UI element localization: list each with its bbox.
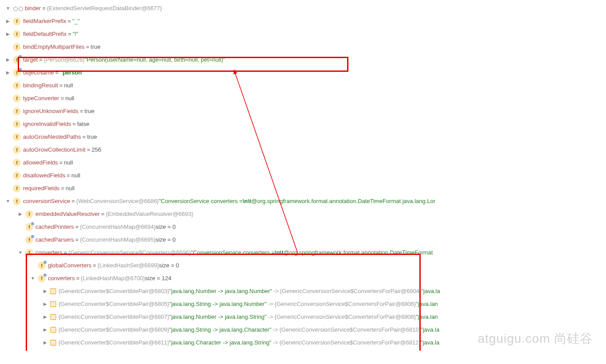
map-arrow: ->	[273, 339, 278, 346]
map-arrow: ->	[268, 301, 273, 307]
debug-variables-tree[interactable]: ▼ binder = {ExtendedServletRequestDataBi…	[0, 0, 606, 351]
var-object-ref: {LinkedHashSet@6699}	[98, 262, 159, 269]
tree-row[interactable]: ▶{GenericConverter$ConvertiblePair@6809}…	[0, 323, 606, 336]
field-icon: f	[13, 159, 21, 167]
var-value: true	[90, 43, 100, 50]
chevron-down-icon[interactable]: ▼	[17, 249, 24, 256]
var-name: fieldDefaultPrefix	[23, 31, 66, 37]
field-icon: f	[13, 94, 21, 102]
var-value: null	[64, 82, 73, 89]
tree-row[interactable]: ▶fallowedFields = null	[0, 156, 606, 169]
var-value: true	[85, 108, 94, 114]
tree-row[interactable]: ▶ftarget = {Person@6626} "Person(userNam…	[0, 53, 606, 66]
chevron-right-icon[interactable]: ▶	[42, 326, 49, 333]
var-value: null	[66, 185, 74, 192]
tree-row[interactable]: ▶ftypeConverter = null	[0, 92, 606, 105]
var-value: false	[77, 121, 89, 127]
tree-row[interactable]: ▼fconverters = {GenericConversionService…	[0, 246, 606, 259]
var-object-ref: {GenericConverter$ConvertiblePair@6807}	[59, 313, 169, 320]
var-object-ref: {Person@6626}	[44, 56, 85, 63]
field-inherited-icon: f	[38, 274, 46, 282]
tree-row-root[interactable]: ▼ binder = {ExtendedServletRequestDataBi…	[0, 2, 606, 15]
tree-row[interactable]: ▶fdisallowedFields = null	[0, 169, 606, 182]
var-size: size = 0	[156, 223, 176, 230]
tree-row[interactable]: ▶fbindingResult = null	[0, 79, 606, 92]
tree-row[interactable]: ▶ffieldMarkerPrefix = "_"	[0, 15, 606, 27]
var-size: size = 0	[159, 262, 179, 269]
field-icon: f	[13, 30, 21, 38]
tree-row[interactable]: ▶{GenericConverter$ConvertiblePair@6805}…	[0, 297, 606, 310]
var-string-value: "java.lang.Number -> java.lang.String"	[169, 313, 267, 320]
field-inherited-icon: f	[13, 56, 21, 64]
var-name: allowedFields	[23, 159, 58, 166]
tree-row[interactable]: ▶frequiredFields = null	[0, 182, 606, 195]
tree-row[interactable]: ▶fembeddedValueResolver = {EmbeddedValue…	[0, 207, 606, 220]
var-name: ignoreInvalidFields	[23, 121, 71, 127]
map-entry-icon	[50, 340, 56, 346]
chevron-right-icon[interactable]: ▶	[4, 31, 12, 38]
tree-row[interactable]: ▶fbindEmptyMultipartFiles = true	[0, 40, 606, 53]
tree-row[interactable]: ▶fcachedPrinters = {ConcurrentHashMap@66…	[0, 220, 606, 233]
tree-row[interactable]: ▶fautoGrowCollectionLimit = 256	[0, 143, 606, 156]
field-icon: f	[25, 249, 33, 257]
var-string-value: "java.lan	[416, 313, 438, 320]
tree-row[interactable]: ▶fignoreUnknownFields = true	[0, 105, 606, 117]
var-object-ref: {EmbeddedValueResolver@6693}	[106, 211, 193, 217]
field-icon: f	[13, 107, 21, 115]
var-string-value: "java.la	[421, 326, 439, 333]
var-name: ignoreUnknownFields	[23, 108, 78, 114]
var-string-value: "java.lan	[416, 301, 438, 307]
chevron-right-icon[interactable]: ▶	[4, 18, 12, 25]
tree-row[interactable]: ▼fconversionService = {WebConversionServ…	[0, 195, 606, 207]
var-name: objectName	[23, 69, 54, 76]
chevron-down-icon[interactable]: ▼	[4, 198, 12, 205]
field-inherited-icon: f	[25, 236, 33, 244]
var-string-value: "java.lang.Character -> java.lang.String…	[169, 339, 272, 346]
tree-row[interactable]: ▶fcachedParsers = {ConcurrentHashMap@669…	[0, 233, 606, 246]
chevron-right-icon[interactable]: ▶	[42, 288, 49, 295]
var-object-ref: {GenericConversionService$ConvertersForP…	[279, 326, 421, 333]
var-object-ref: {LinkedHashMap@6700}	[81, 275, 145, 282]
var-object-ref: {GenericConverter$ConvertiblePair@6811}	[59, 339, 169, 346]
field-icon: f	[13, 184, 21, 192]
tree-row[interactable]: ▶ffieldDefaultPrefix = "!"	[0, 27, 606, 40]
chevron-right-icon[interactable]: ▶	[17, 211, 24, 218]
tree-row[interactable]: ▶fignoreInvalidFields = false	[0, 117, 606, 130]
tree-row[interactable]: ▶{GenericConverter$ConvertiblePair@6807}…	[0, 310, 606, 323]
field-icon: f	[13, 197, 21, 205]
var-string-value: "Person(userName=null, age=null, birth=n…	[85, 56, 225, 63]
escape-sequence: \n\t	[275, 249, 284, 256]
chevron-right-icon[interactable]: ▶	[4, 56, 12, 63]
tree-row[interactable]: ▶fobjectName = "person"	[0, 66, 606, 79]
field-inherited-icon: f	[13, 69, 21, 77]
chevron-right-icon[interactable]: ▶	[42, 313, 49, 321]
var-name: bindingResult	[23, 82, 58, 89]
chevron-right-icon[interactable]: ▶	[4, 69, 12, 76]
var-name: globalConverters	[48, 262, 91, 269]
var-object-ref: {GenericConversionService$ConvertersForP…	[274, 301, 416, 307]
var-value: {ExtendedServletRequestDataBinder@6677}	[47, 5, 162, 12]
tree-row[interactable]: ▶fautoGrowNestedPaths = true	[0, 130, 606, 143]
tree-row[interactable]: ▶fglobalConverters = {LinkedHashSet@6699…	[0, 259, 606, 272]
var-object-ref: {GenericConverter$ConvertiblePair@6809}	[59, 326, 169, 333]
var-name: binder	[25, 5, 41, 12]
chevron-down-icon[interactable]: ▼	[4, 5, 12, 12]
map-entry-icon	[50, 314, 56, 320]
chevron-right-icon[interactable]: ▶	[42, 301, 49, 308]
var-size: size = 124	[145, 275, 172, 282]
map-arrow: ->	[273, 326, 278, 333]
var-name: bindEmptyMultipartFiles	[23, 43, 85, 50]
tree-row[interactable]: ▶{GenericConverter$ConvertiblePair@6803}…	[0, 285, 606, 297]
var-string-value: "ConversionService converters =	[159, 198, 242, 204]
var-name: conversionService	[23, 198, 70, 204]
var-name: requiredFields	[23, 185, 59, 192]
chevron-right-icon[interactable]: ▶	[42, 339, 49, 346]
var-string-value: "java.lang.String -> java.lang.Number"	[169, 301, 267, 307]
var-string-value: "java.lang.Number -> java.lang.Number"	[169, 288, 272, 294]
var-name: converters	[35, 249, 63, 256]
var-string-value: "java.lang.String -> java.lang.Character…	[169, 326, 272, 333]
tree-row[interactable]: ▼fconverters = {LinkedHashMap@6700} size…	[0, 272, 606, 285]
var-string-value: "_"	[72, 18, 79, 24]
chevron-down-icon[interactable]: ▼	[29, 275, 36, 282]
tree-row[interactable]: ▶{GenericConverter$ConvertiblePair@6811}…	[0, 336, 606, 349]
